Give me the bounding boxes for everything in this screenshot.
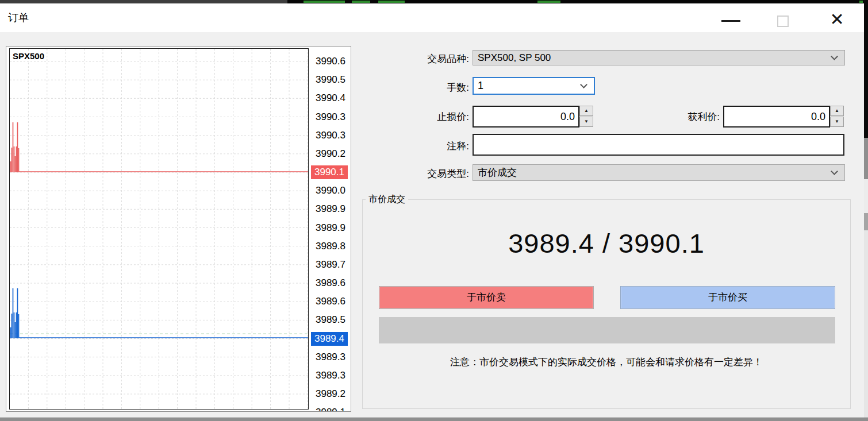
- background-candles: [537, 1, 560, 3]
- price-ladder-item: 3989.6: [311, 276, 345, 290]
- chevron-down-icon: [831, 168, 838, 175]
- background-right-thumb: [864, 213, 868, 230]
- price-ladder-item: 3989.2: [311, 387, 345, 401]
- price-ladder-item: 3990.1: [311, 165, 348, 179]
- price-ladder-item: 3990.6: [311, 55, 345, 68]
- price-ladder-item: 3989.3: [311, 369, 345, 383]
- price-ladder-item: 3989.6: [311, 295, 345, 308]
- price-ladder-item: 3990.4: [311, 91, 345, 105]
- stop-loss-label: 止损价:: [362, 110, 469, 123]
- order-type-select-value: 市价成交: [478, 167, 517, 178]
- spinner-up-button[interactable]: ▲: [830, 106, 844, 116]
- maximize-icon: [777, 16, 789, 27]
- background-right-gray: [864, 138, 868, 179]
- maximize-button[interactable]: [770, 9, 797, 31]
- background-candles: [859, 1, 863, 3]
- take-profit-spinner: ▲ ▼: [830, 106, 844, 127]
- tick-chart-panel: SPX500 3990.63990.53990.43990.33990.3399…: [6, 46, 351, 412]
- price-ladder-item: 3989.9: [311, 221, 345, 235]
- volume-label: 手数:: [362, 81, 469, 94]
- order-type-label: 交易类型:: [362, 167, 469, 180]
- dialog-title: 订单: [8, 11, 29, 25]
- dialog-titlebar: 订单 ✕: [0, 3, 864, 32]
- price-ladder-item: 3989.5: [311, 313, 345, 327]
- chevron-down-icon: [831, 53, 838, 60]
- tick-chart-svg: [10, 49, 308, 409]
- price-ladder-item: 3989.1: [311, 405, 345, 412]
- price-ladder-item: 3990.3: [311, 129, 345, 142]
- price-ladder-item: 3989.9: [311, 202, 345, 216]
- market-price-notice: 注意：市价交易模式下的实际成交价格，可能会和请求价格有一定差异！: [363, 356, 850, 369]
- chevron-down-icon: [580, 81, 587, 88]
- ask-series: [11, 122, 309, 172]
- price-ladder-item: 3989.3: [311, 350, 345, 364]
- minimize-button[interactable]: [715, 9, 747, 31]
- price-ladder-item: 3989.4: [311, 332, 348, 346]
- price-ladder-item: 3989.8: [311, 240, 345, 253]
- symbol-select-value: SPX500, SP 500: [478, 52, 551, 63]
- background-candles: [378, 1, 405, 3]
- spinner-down-button[interactable]: ▼: [579, 117, 593, 127]
- tick-chart-plot: SPX500: [9, 48, 309, 410]
- background-candles: [352, 1, 370, 3]
- chart-symbol-label: SPX500: [13, 51, 46, 61]
- buy-by-market-button[interactable]: 于市价买: [620, 286, 835, 309]
- spinner-up-button[interactable]: ▲: [579, 106, 593, 116]
- symbol-select[interactable]: SPX500, SP 500: [473, 50, 845, 65]
- background-right-light: [864, 179, 868, 213]
- disabled-action-bar: [379, 317, 835, 343]
- spinner-down-button[interactable]: ▼: [830, 117, 844, 127]
- order-type-select[interactable]: 市价成交: [473, 164, 845, 181]
- price-ladder: 3990.63990.53990.43990.33990.33990.23990…: [311, 47, 351, 411]
- background-candles: [304, 1, 345, 3]
- take-profit-label: 获利价:: [613, 110, 720, 123]
- group-title: 市价成交: [366, 194, 408, 206]
- stop-loss-input[interactable]: [473, 106, 579, 128]
- minimize-icon: [721, 20, 740, 22]
- background-right-strip: [864, 0, 868, 421]
- price-ladder-item: 3990.0: [311, 184, 345, 198]
- comment-input[interactable]: [473, 134, 844, 156]
- price-ladder-item: 3990.3: [311, 110, 345, 124]
- background-bottom-strip: [0, 418, 868, 421]
- volume-combo-value: 1: [478, 80, 483, 91]
- comment-label: 注释:: [362, 140, 469, 153]
- background-right-dark: [864, 0, 868, 138]
- close-button[interactable]: ✕: [821, 7, 853, 32]
- market-execution-group: 市价成交 3989.4 / 3990.1 于市价卖 于市价买 注意：市价交易模式…: [362, 199, 851, 409]
- price-ladder-item: 3990.5: [311, 73, 345, 87]
- bid-series: [11, 288, 309, 338]
- sell-by-market-button[interactable]: 于市价卖: [379, 286, 594, 309]
- price-ladder-item: 3990.2: [311, 147, 345, 161]
- order-dialog: 订单 ✕ SPX500 3990.639: [0, 0, 868, 421]
- symbol-label: 交易品种:: [362, 52, 469, 65]
- price-ladder-item: 3989.7: [311, 258, 345, 272]
- volume-combo[interactable]: 1: [473, 77, 595, 95]
- take-profit-input[interactable]: [723, 106, 830, 128]
- stop-loss-spinner: ▲ ▼: [579, 106, 593, 127]
- bid-ask-quote: 3989.4 / 3990.1: [363, 227, 850, 259]
